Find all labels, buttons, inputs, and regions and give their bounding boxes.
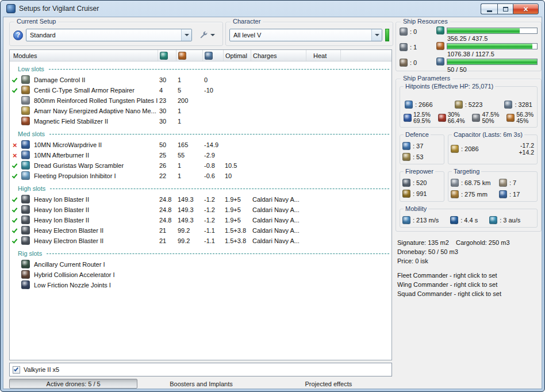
module-row[interactable]: Ancillary Current Router I (10, 259, 392, 270)
module-row[interactable]: Amarr Navy Energized Adaptive Nano Me...… (10, 106, 392, 116)
module-row[interactable]: Dread Guristas Warp Scrambler261-0.810.5 (10, 160, 392, 171)
minimize-button[interactable] (481, 3, 497, 14)
resource-block: 1076.38 / 1127.5 (435, 42, 538, 57)
blaster-icon (21, 216, 30, 224)
character-select-dropdown[interactable] (371, 29, 382, 41)
boosters-implants-header[interactable]: Boosters and Implants (137, 379, 264, 389)
close-button[interactable]: × (513, 3, 539, 14)
powergrid-icon (436, 42, 444, 50)
cpu-column-icon (160, 52, 168, 60)
projected-effects-header[interactable]: Projected effects (265, 379, 392, 389)
stat-armor: : 5223 (455, 101, 483, 109)
stat-scan-resolution: : 17 (499, 190, 535, 198)
charges-column-header[interactable]: Charges (251, 50, 306, 61)
module-optimal: 1.9+5 (224, 206, 251, 213)
module-row[interactable]: Heavy Electron Blaster II2199.2-1.11.5+3… (10, 236, 392, 246)
hardpoint-list: : 0: 1: 0 (400, 26, 435, 70)
module-row[interactable]: Fleeting Propulsion Inhibitor I221-0.610 (10, 171, 392, 181)
powergrid-column-header[interactable] (176, 50, 203, 61)
table-header[interactable]: Modules Optimal Charges Heat (10, 50, 392, 62)
wing-commander-text[interactable]: Wing Commander - right click to set (397, 280, 542, 289)
drone-label: Valkyrie II x5 (24, 366, 59, 373)
module-pg: 5 (176, 87, 203, 94)
blaster-icon (21, 236, 30, 245)
stat-align-time: : 4.4 s (450, 216, 478, 224)
ship-resources-group: Ship Resources : 0: 1: 0 356.25 / 437.51… (396, 22, 542, 71)
maximize-button[interactable] (497, 3, 513, 14)
afterburner-icon (21, 151, 30, 159)
chevron-down-icon (185, 34, 189, 36)
section-label: Med slots (18, 130, 45, 137)
heat-column-header[interactable]: Heat (306, 50, 341, 61)
module-pg: 149.3 (176, 206, 203, 213)
targeting-label: Targeting (452, 168, 481, 175)
mag-stab-icon (21, 117, 30, 125)
speed-icon (402, 216, 410, 224)
module-row[interactable]: Magnetic Field Stabilizer II301 (10, 116, 392, 126)
module-row[interactable]: Damage Control II3010 (10, 75, 392, 85)
fleet-commander-text[interactable]: Fleet Commander - right click to set (397, 271, 542, 280)
hitpoints-label: Hitpoints (Effective HP: 25,071) (404, 83, 495, 90)
module-row[interactable]: Heavy Ion Blaster II24.8149.3-1.21.9+5Ca… (10, 215, 392, 225)
firepower-group: Firepower : 520: 991 (400, 171, 444, 202)
kinetic-resist-icon (472, 114, 480, 122)
module-row[interactable]: Hybrid Collision Accelerator I (10, 270, 392, 280)
module-pg: 1 (176, 172, 203, 179)
module-name: 800mm Reinforced Rolled Tungsten Plates … (34, 97, 158, 104)
module-status: × (10, 141, 21, 149)
module-status (10, 196, 21, 203)
stat-shield: : 2666 (405, 101, 433, 109)
capacitor-amount: : 2086 (451, 145, 479, 153)
character-select[interactable]: All level V (229, 29, 382, 41)
module-row[interactable]: Heavy Ion Blaster II24.8149.3-1.21.9+5Ca… (10, 205, 392, 215)
module-row[interactable]: 800mm Reinforced Rolled Tungsten Plates … (10, 95, 392, 106)
module-name: Heavy Ion Blaster II (34, 217, 158, 224)
module-row[interactable]: Heavy Ion Blaster II24.8149.3-1.21.9+5Ca… (10, 194, 392, 205)
capacitor-column-header[interactable] (203, 50, 224, 61)
warp-scrambler-icon (21, 161, 30, 170)
module-table-body: Low slotsDamage Control II3010Centii C-T… (10, 63, 392, 290)
cpu-column-header[interactable] (158, 50, 176, 61)
help-icon[interactable]: ? (13, 30, 23, 40)
module-cap: -10 (203, 87, 224, 94)
nano-membrane-icon (21, 106, 30, 115)
defence-group: Defence : 37: 53 (400, 134, 444, 164)
em-resist: 12.5%69.5% (404, 112, 431, 124)
check-icon (12, 217, 18, 222)
close-icon: × (523, 5, 528, 13)
targeting-range-icon (451, 179, 459, 187)
em-resist-icon (404, 114, 412, 122)
module-row[interactable]: ×10MN Afterburner II2555-2.9 (10, 150, 392, 160)
drone-item[interactable]: Valkyrie II x5 (13, 366, 59, 374)
setup-tools-button[interactable] (195, 29, 219, 41)
active-drones-header[interactable]: Active drones: 5 / 5 (9, 379, 137, 389)
setup-select[interactable]: Standard (26, 29, 192, 41)
explosive-resist-icon (506, 114, 515, 122)
module-row[interactable]: Low Friction Nozzle Joints I (10, 280, 392, 290)
check-icon (12, 172, 18, 178)
module-row[interactable]: Heavy Electron Blaster II2199.2-1.11.5+3… (10, 225, 392, 236)
module-pg: 99.2 (176, 237, 203, 244)
module-row[interactable]: Centii C-Type Small Armor Repairer45-10 (10, 85, 392, 95)
ship-parameters-label: Ship Parameters (401, 75, 452, 82)
module-charges: Caldari Navy A... (251, 206, 306, 213)
squad-commander-text[interactable]: Squad Commander - right click to set (397, 289, 542, 298)
chevron-down-icon (375, 34, 379, 36)
module-name: Magnetic Field Stabilizer II (34, 118, 158, 125)
module-cpu: 25 (158, 152, 176, 159)
module-pg: 55 (176, 152, 203, 159)
drone-checkbox[interactable] (13, 366, 20, 374)
structure-icon (504, 101, 512, 109)
module-row[interactable]: ×10MN MicroWarpdrive II50165-14.9 (10, 140, 392, 150)
module-charges: Caldari Navy A... (251, 217, 306, 224)
module-name: Hybrid Collision Accelerator I (34, 271, 158, 278)
title-bar[interactable]: Setups for Vigilant Cruiser (1, 1, 544, 17)
resource-bar-fill (447, 44, 532, 49)
resource-block: 356.25 / 437.5 (435, 26, 538, 42)
module-pg: 1 (176, 107, 203, 114)
module-cpu: 4 (158, 87, 176, 94)
setup-select-dropdown[interactable] (181, 29, 191, 41)
modules-column-header[interactable]: Modules (10, 50, 158, 61)
calibration-icon (436, 57, 444, 66)
optimal-column-header[interactable]: Optimal (224, 50, 251, 61)
